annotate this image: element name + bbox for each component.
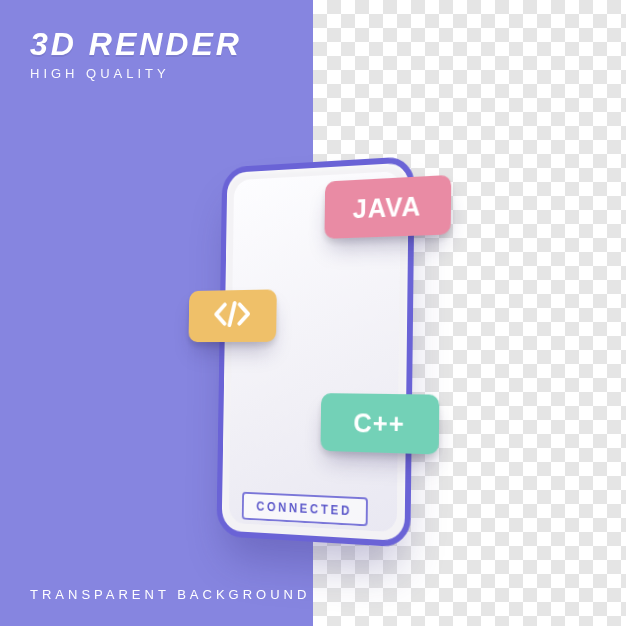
- code-icon: [212, 299, 252, 331]
- header: 3D RENDER HIGH QUALITY: [30, 28, 242, 81]
- connected-label: CONNECTED: [256, 499, 352, 518]
- subtitle: HIGH QUALITY: [30, 66, 242, 81]
- phone-device: JAVA C++ CONNECTED: [216, 156, 414, 548]
- code-badge: [188, 289, 276, 342]
- cpp-badge-label: C++: [353, 406, 405, 440]
- main-title: 3D RENDER: [30, 28, 242, 60]
- cpp-badge: C++: [320, 393, 439, 454]
- render-scene: JAVA C++ CONNECTED: [208, 161, 418, 541]
- svg-line-0: [229, 303, 234, 325]
- footer-caption: TRANSPARENT BACKGROUND: [30, 587, 310, 602]
- java-badge-label: JAVA: [353, 189, 422, 224]
- java-badge: JAVA: [324, 174, 451, 238]
